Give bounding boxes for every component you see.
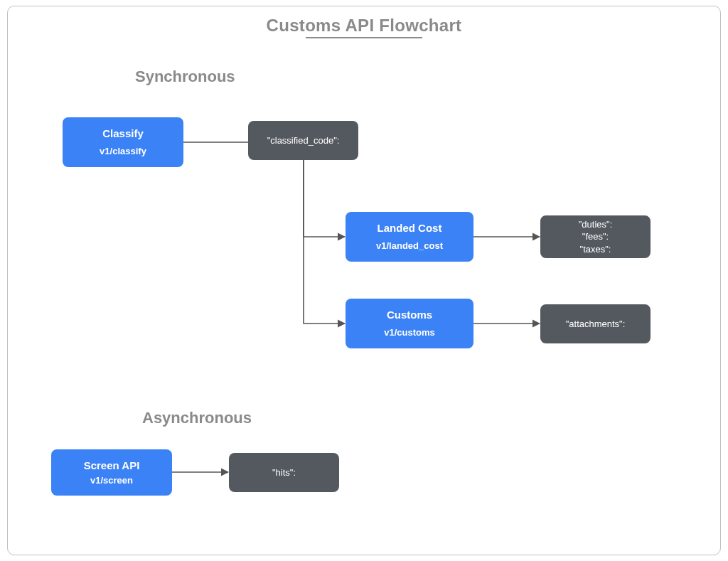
- node-landed-cost-sub: v1/landed_cost: [376, 240, 443, 252]
- node-landed-cost-out-line2: "fees":: [582, 230, 609, 243]
- node-screen-title: Screen API: [84, 459, 140, 473]
- node-landed-cost-title: Landed Cost: [378, 221, 442, 235]
- node-landed-cost: Landed Cost v1/landed_cost: [346, 212, 473, 262]
- node-landed-cost-out-line1: "duties":: [579, 218, 613, 231]
- node-classify-title: Classify: [102, 127, 144, 141]
- node-landed-cost-output: "duties": "fees": "taxes":: [540, 215, 651, 258]
- node-landed-cost-out-line3: "taxes":: [580, 243, 611, 256]
- node-customs: Customs v1/customs: [346, 299, 473, 348]
- diagram-title: Customs API Flowchart: [267, 16, 462, 36]
- section-label-synchronous: Synchronous: [135, 68, 235, 86]
- section-label-asynchronous: Asynchronous: [142, 409, 252, 427]
- node-screen-sub: v1/screen: [90, 474, 133, 487]
- node-screen-out-line1: "hits":: [272, 466, 296, 479]
- node-screen-api: Screen API v1/screen: [51, 449, 172, 496]
- node-classify-sub: v1/classify: [100, 145, 146, 158]
- title-underline: [306, 37, 422, 38]
- node-classified-code-line1: "classified_code":: [267, 134, 340, 147]
- node-customs-out-line1: "attachments":: [566, 318, 626, 331]
- node-classify: Classify v1/classify: [63, 117, 183, 167]
- node-screen-output: "hits":: [229, 453, 339, 492]
- node-customs-output: "attachments":: [540, 304, 651, 343]
- node-customs-sub: v1/customs: [384, 326, 435, 339]
- node-classified-code: "classified_code":: [248, 121, 358, 160]
- node-customs-title: Customs: [387, 308, 432, 322]
